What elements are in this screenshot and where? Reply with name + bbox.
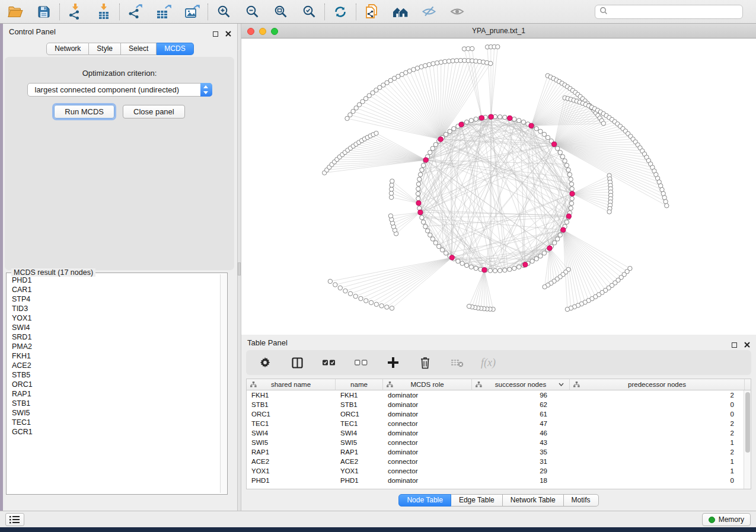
network-node[interactable] <box>512 117 516 121</box>
network-node[interactable] <box>437 244 441 248</box>
tab-node-table[interactable]: Node Table <box>398 494 451 507</box>
network-node[interactable] <box>564 220 569 224</box>
network-node[interactable] <box>560 155 564 159</box>
table-scrollbar[interactable] <box>744 390 751 489</box>
network-node[interactable] <box>369 300 373 305</box>
network-node[interactable] <box>565 307 569 311</box>
network-node[interactable] <box>420 216 424 220</box>
mcds-node-item[interactable]: TID3 <box>7 304 219 313</box>
mcds-node-item[interactable]: TEC1 <box>7 418 219 427</box>
close-panel-icon[interactable] <box>225 28 231 39</box>
panel-splitter[interactable] <box>237 24 241 511</box>
network-node[interactable] <box>388 214 393 218</box>
delete-icon[interactable] <box>417 354 433 371</box>
network-node[interactable] <box>440 248 444 252</box>
mcds-node-item[interactable]: PMA2 <box>7 342 219 351</box>
network-node[interactable] <box>416 187 420 191</box>
mcds-dominator-node[interactable] <box>489 114 493 119</box>
network-node[interactable] <box>563 159 567 163</box>
column-header-name[interactable]: name <box>336 379 383 390</box>
mcds-dominator-node[interactable] <box>529 123 534 128</box>
mcds-dominator-node[interactable] <box>566 214 571 219</box>
run-mcds-button[interactable]: Run MCDS <box>54 105 114 118</box>
mcds-dominator-node[interactable] <box>479 116 484 120</box>
float-panel-icon[interactable] <box>732 342 737 348</box>
network-node[interactable] <box>567 172 572 177</box>
network-node[interactable] <box>421 163 425 167</box>
network-node[interactable] <box>359 296 363 300</box>
network-node[interactable] <box>564 163 569 167</box>
network-graph[interactable] <box>241 39 755 334</box>
network-node[interactable] <box>665 204 669 208</box>
mcds-dominator-node[interactable] <box>449 255 454 260</box>
network-node[interactable] <box>390 187 394 191</box>
mcds-node-item[interactable]: STB5 <box>7 370 219 380</box>
network-node[interactable] <box>374 302 378 306</box>
mcds-dominator-node[interactable] <box>547 246 552 251</box>
mcds-node-item[interactable]: SWI4 <box>7 323 219 332</box>
network-node[interactable] <box>464 263 468 267</box>
network-node[interactable] <box>389 191 393 196</box>
column-header-successor-nodes[interactable]: successor nodes <box>472 379 570 390</box>
export-table-icon[interactable] <box>155 4 172 20</box>
refresh-icon[interactable] <box>332 4 349 20</box>
network-node[interactable] <box>498 115 502 119</box>
gear-icon[interactable] <box>257 354 273 371</box>
import-network-icon[interactable] <box>67 4 84 20</box>
mcds-dominator-node[interactable] <box>423 158 428 162</box>
network-node[interactable] <box>542 251 546 255</box>
mcds-dominator-node[interactable] <box>416 201 421 206</box>
network-node[interactable] <box>493 268 497 273</box>
task-history-button[interactable] <box>5 513 24 526</box>
network-canvas[interactable] <box>241 39 756 335</box>
mcds-dominator-node[interactable] <box>459 122 464 127</box>
network-node[interactable] <box>521 120 525 124</box>
column-header-predecessor-nodes[interactable]: predecessor nodes <box>570 379 745 390</box>
network-node[interactable] <box>338 286 342 290</box>
network-node[interactable] <box>470 46 474 50</box>
network-node[interactable] <box>444 251 448 255</box>
tab-motifs[interactable]: Motifs <box>564 494 599 507</box>
tab-network[interactable]: Network <box>46 43 89 55</box>
mcds-dominator-node[interactable] <box>570 191 575 196</box>
criterion-dropdown[interactable]: largest connected component (undirected) <box>27 83 212 97</box>
network-node[interactable] <box>448 129 452 133</box>
mcds-node-item[interactable]: STB1 <box>7 399 219 408</box>
network-node[interactable] <box>390 183 394 187</box>
network-node[interactable] <box>364 299 368 303</box>
network-node[interactable] <box>427 62 431 66</box>
network-node[interactable] <box>430 146 435 150</box>
network-node[interactable] <box>556 237 560 241</box>
network-node[interactable] <box>503 268 507 272</box>
network-node[interactable] <box>416 197 420 201</box>
network-node[interactable] <box>469 118 473 123</box>
network-node[interactable] <box>570 187 574 191</box>
mcds-node-item[interactable]: CAR1 <box>7 285 219 294</box>
network-node[interactable] <box>517 265 521 269</box>
network-node[interactable] <box>390 179 394 183</box>
mcds-dominator-node[interactable] <box>438 137 443 142</box>
network-node[interactable] <box>428 150 432 155</box>
network-node[interactable] <box>460 261 464 265</box>
close-panel-icon[interactable] <box>744 339 750 350</box>
network-node[interactable] <box>374 131 378 135</box>
network-node[interactable] <box>601 121 605 126</box>
column-header-shared-name[interactable]: shared name <box>247 379 336 390</box>
network-node[interactable] <box>348 291 352 296</box>
splitter-handle[interactable] <box>238 262 241 275</box>
table-row[interactable]: SWI4SWI4dominator462 <box>247 428 751 438</box>
export-image-icon[interactable] <box>184 4 200 20</box>
network-node[interactable] <box>452 127 456 131</box>
zoom-selected-icon[interactable] <box>301 4 317 20</box>
network-node[interactable] <box>556 146 560 150</box>
network-node[interactable] <box>416 191 420 196</box>
mcds-node-item[interactable]: FKH1 <box>7 351 219 361</box>
network-node[interactable] <box>433 142 438 146</box>
table-row[interactable]: FKH1FKH1dominator962 <box>247 390 751 400</box>
network-node[interactable] <box>467 304 471 308</box>
network-node[interactable] <box>379 304 384 308</box>
table-row[interactable]: TEC1TEC1connector472 <box>247 419 751 428</box>
network-node[interactable] <box>607 210 611 214</box>
network-node[interactable] <box>543 285 547 289</box>
tab-select[interactable]: Select <box>121 43 157 55</box>
